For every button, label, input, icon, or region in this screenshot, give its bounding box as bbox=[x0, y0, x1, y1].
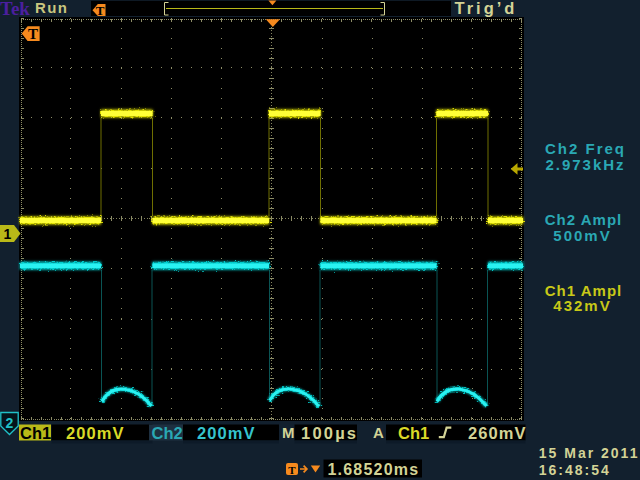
svg-text:M: M bbox=[282, 424, 295, 441]
svg-text:Ch2 Ampl: Ch2 Ampl bbox=[545, 211, 622, 228]
svg-text:200mV: 200mV bbox=[197, 424, 256, 442]
svg-text:T: T bbox=[288, 464, 296, 476]
svg-text:1.68520ms: 1.68520ms bbox=[328, 461, 420, 478]
svg-text:Trig’d: Trig’d bbox=[455, 0, 518, 17]
svg-text:15 Mar 2011: 15 Mar 2011 bbox=[539, 445, 640, 461]
svg-text:260mV: 260mV bbox=[468, 424, 527, 442]
svg-text:Ch2: Ch2 bbox=[152, 424, 183, 442]
svg-text:Tek: Tek bbox=[0, 0, 30, 19]
svg-text:Ch1: Ch1 bbox=[20, 424, 51, 442]
svg-text:T: T bbox=[28, 26, 38, 42]
svg-text:Ch1 Ampl: Ch1 Ampl bbox=[545, 282, 622, 299]
svg-text:Ch1: Ch1 bbox=[398, 424, 429, 442]
svg-text:Ch2 Freq: Ch2 Freq bbox=[545, 140, 626, 157]
svg-text:432mV: 432mV bbox=[553, 297, 611, 314]
svg-text:100µs: 100µs bbox=[301, 424, 358, 442]
svg-text:Run: Run bbox=[35, 0, 68, 16]
svg-text:1: 1 bbox=[4, 226, 12, 242]
svg-text:A: A bbox=[373, 424, 384, 441]
svg-text:2.973kHz: 2.973kHz bbox=[545, 156, 625, 173]
svg-text:500mV: 500mV bbox=[553, 227, 611, 244]
svg-text:2: 2 bbox=[6, 415, 14, 431]
svg-text:T: T bbox=[96, 3, 105, 18]
svg-text:16:48:54: 16:48:54 bbox=[539, 462, 611, 478]
svg-text:200mV: 200mV bbox=[66, 424, 125, 442]
